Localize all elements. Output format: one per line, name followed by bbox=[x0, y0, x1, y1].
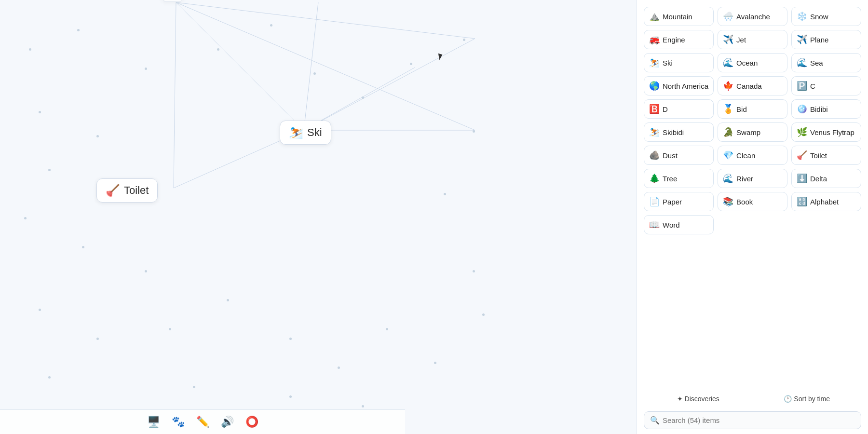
node-toilet-label: Toilet bbox=[124, 184, 149, 197]
chip-label-paper: Paper bbox=[663, 198, 682, 206]
canvas-dot bbox=[362, 96, 364, 99]
item-chip-tree[interactable]: 🌲Tree bbox=[644, 169, 714, 188]
canvas-dot bbox=[289, 395, 292, 398]
toolbar-icon-sound[interactable]: 🔊 bbox=[221, 416, 234, 428]
chip-emoji-toilet: 🪠 bbox=[797, 150, 807, 161]
canvas-dot bbox=[227, 299, 229, 301]
item-chip-ski[interactable]: ⛷️Ski bbox=[644, 53, 714, 72]
canvas-dot bbox=[145, 270, 147, 272]
svg-line-3 bbox=[176, 2, 475, 39]
svg-line-5 bbox=[304, 39, 475, 130]
svg-line-0 bbox=[176, 2, 304, 130]
cursor bbox=[439, 53, 448, 63]
sidebar-footer: ✦ Discoveries 🕐 Sort by time 🔍 bbox=[637, 386, 868, 434]
canvas-dot bbox=[77, 29, 80, 31]
chip-label-plane: Plane bbox=[810, 36, 828, 44]
chip-emoji-swamp: 🐊 bbox=[723, 127, 733, 137]
chip-label-alphabet: Alphabet bbox=[810, 198, 839, 206]
chip-emoji-ocean: 🌊 bbox=[723, 57, 733, 68]
item-chip-sea[interactable]: 🌊Sea bbox=[791, 53, 861, 72]
canvas-dot bbox=[96, 338, 99, 340]
item-chip-canada[interactable]: 🍁Canada bbox=[718, 76, 787, 95]
chip-emoji-c: 🅿️ bbox=[797, 81, 807, 91]
chip-emoji-alphabet: 🔡 bbox=[797, 196, 807, 207]
node-ski[interactable]: ⛷️ Ski bbox=[280, 121, 331, 145]
canvas-dot bbox=[82, 246, 84, 248]
item-chip-ocean[interactable]: 🌊Ocean bbox=[718, 53, 787, 72]
node-toilet-emoji: 🪠 bbox=[106, 184, 120, 197]
canvas-dot bbox=[96, 135, 99, 137]
toolbar-icon-pencil[interactable]: ✏️ bbox=[196, 416, 209, 428]
chip-label-avalanche: Avalanche bbox=[736, 13, 770, 21]
toolbar-icon-paw[interactable]: 🐾 bbox=[172, 416, 185, 428]
item-chip-skibidi[interactable]: ⛷️Skibidi bbox=[644, 122, 714, 142]
chip-emoji-jet: ✈️ bbox=[723, 34, 733, 45]
item-chip-swamp[interactable]: 🐊Swamp bbox=[718, 122, 787, 142]
chip-label-sea: Sea bbox=[810, 59, 823, 67]
chip-emoji-bid: 🏅 bbox=[723, 104, 733, 114]
item-chip-book[interactable]: 📚Book bbox=[718, 192, 787, 211]
item-chip-engine[interactable]: 🚒Engine bbox=[644, 30, 714, 49]
canvas-dot bbox=[48, 169, 51, 171]
chip-emoji-canada: 🍁 bbox=[723, 81, 733, 91]
chip-label-swamp: Swamp bbox=[736, 128, 760, 136]
chip-label-clean: Clean bbox=[736, 151, 755, 160]
chip-label-skibidi: Skibidi bbox=[663, 128, 684, 136]
chip-label-d: D bbox=[663, 105, 668, 113]
chip-emoji-ski: ⛷️ bbox=[649, 57, 660, 68]
item-chip-snow[interactable]: ❄️Snow bbox=[791, 7, 861, 26]
chip-emoji-tree: 🌲 bbox=[649, 173, 660, 184]
sort-button[interactable]: 🕐 Sort by time bbox=[753, 391, 862, 407]
item-chip-venus-flytrap[interactable]: 🌿Venus Flytrap bbox=[791, 122, 861, 142]
chip-label-river: River bbox=[736, 175, 753, 183]
node-top[interactable] bbox=[162, 0, 184, 2]
item-chip-d[interactable]: 🅱️D bbox=[644, 99, 714, 119]
item-chip-alphabet[interactable]: 🔡Alphabet bbox=[791, 192, 861, 211]
sidebar: ⛰️Mountain🌨️Avalanche❄️Snow🚒Engine✈️Jet✈… bbox=[637, 0, 868, 434]
item-chip-dust[interactable]: 🪨Dust bbox=[644, 146, 714, 165]
item-chip-toilet[interactable]: 🪠Toilet bbox=[791, 146, 861, 165]
chip-emoji-mountain: ⛰️ bbox=[649, 11, 660, 22]
toolbar-icon-circle[interactable]: ⭕ bbox=[245, 416, 258, 428]
canvas-dot bbox=[434, 362, 436, 364]
search-input[interactable] bbox=[663, 416, 855, 424]
canvas-dot bbox=[444, 193, 446, 195]
chip-label-bidibi: Bidibi bbox=[810, 105, 828, 113]
canvas-dot bbox=[24, 217, 27, 219]
toolbar-icon-screen[interactable]: 🖥️ bbox=[147, 416, 160, 428]
item-chip-jet[interactable]: ✈️Jet bbox=[718, 30, 787, 49]
canvas-dot bbox=[313, 72, 316, 75]
item-chip-bid[interactable]: 🏅Bid bbox=[718, 99, 787, 119]
canvas-dot bbox=[39, 309, 41, 311]
item-chip-bidibi[interactable]: 🪩Bidibi bbox=[791, 99, 861, 119]
item-chip-plane[interactable]: ✈️Plane bbox=[791, 30, 861, 49]
chip-label-c: C bbox=[810, 82, 815, 90]
canvas-svg bbox=[0, 0, 637, 434]
canvas-area[interactable]: ⛷️ Ski 🪠 Toilet 🖥️ 🐾 ✏️ 🔊 ⭕ bbox=[0, 0, 637, 434]
chip-label-ocean: Ocean bbox=[736, 59, 758, 67]
chip-emoji-plane: ✈️ bbox=[797, 34, 807, 45]
items-grid: ⛰️Mountain🌨️Avalanche❄️Snow🚒Engine✈️Jet✈… bbox=[637, 0, 868, 386]
item-chip-avalanche[interactable]: 🌨️Avalanche bbox=[718, 7, 787, 26]
node-toilet[interactable]: 🪠 Toilet bbox=[96, 178, 158, 203]
bottom-toolbar: 🖥️ 🐾 ✏️ 🔊 ⭕ bbox=[0, 409, 405, 434]
item-chip-delta[interactable]: ⬇️Delta bbox=[791, 169, 861, 188]
item-chip-clean[interactable]: 💎Clean bbox=[718, 146, 787, 165]
canvas-dot bbox=[39, 111, 41, 113]
chip-emoji-river: 🌊 bbox=[723, 173, 733, 184]
chip-emoji-avalanche: 🌨️ bbox=[723, 11, 733, 22]
item-chip-river[interactable]: 🌊River bbox=[718, 169, 787, 188]
item-chip-paper[interactable]: 📄Paper bbox=[644, 192, 714, 211]
chip-emoji-skibidi: ⛷️ bbox=[649, 127, 660, 137]
discoveries-button[interactable]: ✦ Discoveries bbox=[644, 391, 753, 407]
canvas-dot bbox=[463, 39, 465, 41]
search-area[interactable]: 🔍 bbox=[644, 411, 861, 429]
item-chip-north-america[interactable]: 🌎North America bbox=[644, 76, 714, 95]
chip-label-bid: Bid bbox=[736, 105, 747, 113]
canvas-dot bbox=[473, 130, 475, 133]
item-chip-word[interactable]: 📖Word bbox=[644, 215, 714, 234]
canvas-dot bbox=[270, 24, 272, 27]
svg-line-7 bbox=[304, 2, 318, 130]
item-chip-c[interactable]: 🅿️C bbox=[791, 76, 861, 95]
item-chip-mountain[interactable]: ⛰️Mountain bbox=[644, 7, 714, 26]
